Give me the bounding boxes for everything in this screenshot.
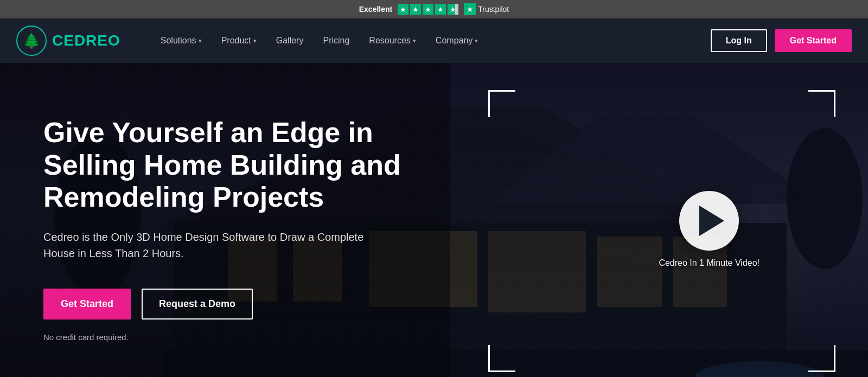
star-2: ★	[410, 4, 421, 15]
chevron-down-icon: ▾	[199, 37, 202, 44]
get-started-hero-button[interactable]: Get Started	[43, 289, 131, 320]
chevron-down-icon: ▾	[475, 37, 478, 44]
trustpilot-bar: Excellent ★ ★ ★ ★ ★ ★ Trustpilot	[0, 0, 868, 18]
nav-item-company[interactable]: Company ▾	[428, 30, 486, 51]
nav-item-solutions[interactable]: Solutions ▾	[153, 30, 209, 51]
main-nav: 🌲 CEDREO Solutions ▾ Product ▾ Gallery P…	[0, 18, 868, 63]
chevron-down-icon: ▾	[413, 37, 416, 44]
trustpilot-icon: ★	[464, 3, 476, 15]
trustpilot-stars: ★ ★ ★ ★ ★	[398, 4, 458, 15]
get-started-nav-button[interactable]: Get Started	[775, 29, 852, 52]
nav-item-product[interactable]: Product ▾	[214, 30, 264, 51]
trustpilot-excellent: Excellent	[359, 5, 392, 14]
request-demo-button[interactable]: Request a Demo	[142, 289, 253, 320]
hero-subtitle: Cedreo is the Only 3D Home Design Softwa…	[43, 229, 391, 261]
nav-links: Solutions ▾ Product ▾ Gallery Pricing Re…	[153, 30, 711, 51]
logo-main: CEDRE	[52, 32, 108, 49]
star-1: ★	[398, 4, 409, 15]
trustpilot-logo: ★ Trustpilot	[464, 3, 509, 15]
logo-circle: 🌲	[16, 25, 47, 56]
logo-text: CEDREO	[52, 32, 120, 49]
video-label: Cedreo In 1 Minute Video!	[659, 258, 760, 268]
play-button[interactable]	[679, 191, 739, 251]
login-button[interactable]: Log In	[711, 29, 767, 52]
logo[interactable]: 🌲 CEDREO	[16, 25, 120, 56]
trustpilot-label: Trustpilot	[478, 5, 509, 14]
logo-tree-icon: 🌲	[23, 33, 40, 49]
chevron-down-icon: ▾	[253, 37, 257, 44]
nav-item-gallery[interactable]: Gallery	[269, 30, 311, 51]
logo-accent: O	[108, 32, 120, 49]
nav-actions: Log In Get Started	[711, 29, 852, 52]
star-3: ★	[423, 4, 433, 15]
hero-section: Cedreo In 1 Minute Video! Give Yourself …	[0, 63, 868, 377]
hero-note: No credit card required.	[43, 333, 825, 342]
video-play-area[interactable]: Cedreo In 1 Minute Video!	[659, 191, 760, 268]
nav-item-resources[interactable]: Resources ▾	[361, 30, 423, 51]
play-icon	[699, 206, 724, 236]
star-5: ★	[448, 4, 458, 15]
nav-item-pricing[interactable]: Pricing	[315, 30, 357, 51]
hero-buttons: Get Started Request a Demo	[43, 289, 825, 320]
hero-title: Give Yourself an Edge in Selling Home Bu…	[43, 117, 434, 214]
star-4: ★	[435, 4, 446, 15]
